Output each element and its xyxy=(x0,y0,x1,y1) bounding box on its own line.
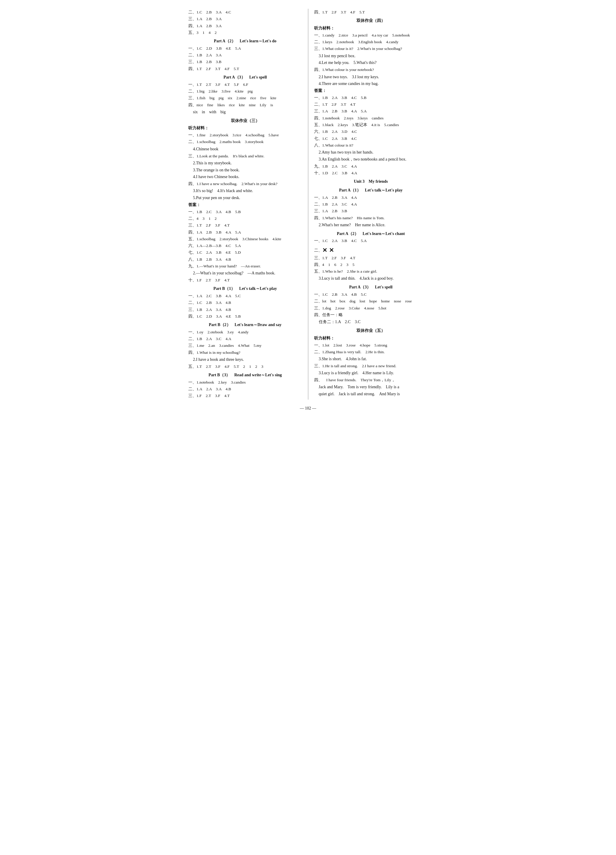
right-column: 四、1.T 2.F 3.T 4.F 5.T双休作业（四）听力材料：一、1.can… xyxy=(314,9,428,400)
content-line: 五、1.Who is he? 2.She is a cute girl. xyxy=(314,268,428,275)
content-line: 四、 I have four friends. They're Tom，Lily… xyxy=(314,377,428,383)
content-line: 二、1.A 2.A 3.A 4.B xyxy=(188,386,302,392)
indented-text: 任务二：1.A 2.C 3.C xyxy=(319,319,428,325)
content-line: 四、1.A 2.B 3.B 4.A 5.A xyxy=(188,229,302,236)
indented-text: 3.Lucy is a friendly girl. 4.Her name is… xyxy=(319,369,428,377)
content-line: 四、1.T 2.F 3.T 4.F 5.T xyxy=(188,66,302,72)
content-line: 四、1.What colour is your notebook? xyxy=(314,67,428,73)
indented-text: six in with big xyxy=(193,109,302,116)
content-line: 一、1.C 2.B 3.A 4.B 5.C xyxy=(314,291,428,298)
content-line: 二、1.T 2.F 3.T 4.T xyxy=(314,101,428,108)
indented-text: 2.What's her name? Her name is Alice. xyxy=(319,222,428,228)
content-line: 三、1.dog 2.rose 3.Coke 4.nose 5.hot xyxy=(314,305,428,311)
content-line: 一、1.fine 2.storybook 3.rice 4.schoolbag … xyxy=(188,132,302,138)
indented-text: Jack and Mary. Tom is very friendly. Lil… xyxy=(319,383,428,391)
content-line: 二、1.B 2.A 3.A xyxy=(188,52,302,58)
content-line: 七、1.C 2.A 3.B 4.E 5.D xyxy=(188,249,302,256)
content-line: 二、lot hot box dog lost hope home nose ro… xyxy=(314,298,428,305)
indented-text: 3.It's so big! 4.It's black and white. xyxy=(193,187,302,195)
content-line: 一、1.notebook 2.key 3.candies xyxy=(188,379,302,386)
bold-label: 听力材料： xyxy=(314,335,428,342)
content-line: 三、1.me 2.an 3.candies 4.What 5.my xyxy=(188,342,302,349)
content-line: 二、1.keys 2.notebook 3.English book 4.can… xyxy=(314,39,428,45)
section-title: Part B（1） Let's talk～Let's play xyxy=(188,285,302,292)
content-line: 十、1.F 2.T 3.F 4.T xyxy=(188,277,302,283)
content-line: 一、1.T 2.T 3.F 4.T 5.F 6.F xyxy=(188,81,302,88)
content-line: 四、1.C 2.D 3.A 4.E 5.B xyxy=(188,313,302,320)
section-title: 双休作业（三） xyxy=(188,117,302,124)
column-divider xyxy=(308,9,308,400)
content-line: 四、任务一：略 xyxy=(314,312,428,318)
content-line: 一、1.candy 2.nice 3.a pencil 4.a toy car … xyxy=(314,32,428,38)
content-line: 三、1.A 2.B 3.A xyxy=(188,16,302,22)
content-line: 二、1.schoolbag 2.maths book 3.storybook xyxy=(188,139,302,145)
content-line: 三、1.B 2.A 3.A 4.B xyxy=(188,306,302,313)
content-line: 一、1.oy 2.otebook 3.ey 4.andy xyxy=(188,329,302,336)
section-title: Part B（2） Let's learn～Draw and say xyxy=(188,322,302,328)
content-line: 三、1.He is tall and strong. 2.I have a ne… xyxy=(314,363,428,369)
indented-text: 3.The orange is on the book. xyxy=(193,167,302,174)
indented-text: quiet girl. Jack is tall and strong. And… xyxy=(319,391,428,398)
page-number: — 102 — xyxy=(188,405,428,412)
content-line: 一、1.A 2.C 3.B 4.A 5.C xyxy=(188,293,302,299)
indented-text: 4.Let me help you. 5.What's this? xyxy=(319,59,428,66)
content-line: 一、1.A 2.B 3.A 4.A xyxy=(314,195,428,201)
content-line: 一、1.B 2.A 3.B 4.C 5.B xyxy=(314,95,428,101)
content-line: 五、1.black 2.keys 3.笔记本 4.it is 5.candies xyxy=(314,122,428,128)
content-line: 四、1.A 2.B 3.A xyxy=(188,23,302,29)
section-title: Part B（3） Read and write～Let's sing xyxy=(188,372,302,378)
content-line: 五、1.schoolbag 2.storybook 3.Chinese book… xyxy=(188,236,302,242)
indented-text: 4.I have two Chinese books. xyxy=(193,173,302,181)
content-line: 三、1.A 2.B 3.B 4.A 5.A xyxy=(314,108,428,115)
content-line: 四、4 1 6 2 3 5 xyxy=(314,262,428,268)
content-line: 三、1.F 2.T 3.F 4.T xyxy=(188,392,302,399)
indented-text: 2.I have two toys. 3.I lost my keys. xyxy=(319,74,428,81)
section-title: Unit 3 My friends xyxy=(314,178,428,185)
content-line: 一、1.C 2.A 3.B 4.C 5.A xyxy=(314,238,428,244)
content-line: 三、1.T 2.F 3.F 4.T xyxy=(188,222,302,228)
content-line: 二、1.B 2.A 3.C 4.A xyxy=(314,201,428,208)
content-line: 三、1.fish big pig six 2.nine rice five ki… xyxy=(188,95,302,101)
indented-text: 3.An English book，two notebooks and a pe… xyxy=(319,156,428,163)
content-line: 三、1.Look at the panda. It's black and wh… xyxy=(188,153,302,159)
content-line: 一、1.C 2.D 3.B 4.E 5.A xyxy=(188,45,302,52)
indented-text: 2.This is my storybook. xyxy=(193,160,302,167)
bold-label: 听力材料： xyxy=(188,125,302,132)
content-line: 四、1.What's his name? His name is Tom. xyxy=(314,215,428,221)
content-line: 四、1.T 2.F 3.T 4.F 5.T xyxy=(314,9,428,15)
bold-label: 答案： xyxy=(314,87,428,94)
content-line: 三、1.What colour is it? 2.What's in your … xyxy=(314,46,428,52)
left-column: 二、1.C 2.B 3.A 4.C三、1.A 2.B 3.A四、1.A 2.B … xyxy=(188,9,302,400)
content-line: 四、1.I have a new schoolbag. 2.What's in … xyxy=(188,181,302,187)
indented-text: 3.Lucy is tall and thin. 4.Jack is a goo… xyxy=(319,275,428,282)
content-line: 三、1.B 2.B 3.B xyxy=(188,59,302,65)
bold-label: 答案： xyxy=(188,201,302,208)
indented-text: 3.She is short. 4.John is fat. xyxy=(319,355,428,363)
bold-label: 听力材料： xyxy=(314,25,428,32)
content-line: 八、1.B 2.B 3.A 4.B xyxy=(188,256,302,263)
content-line: 五、3 1 4 2 xyxy=(188,29,302,36)
content-line: 二、1.big 2.like 3.five 4.kite pig xyxy=(188,88,302,95)
content-line: 六、1.A—2.B—3.B 4.C 5.A xyxy=(188,242,302,249)
page-container: 二、1.C 2.B 3.A 4.C三、1.A 2.B 3.A四、1.A 2.B … xyxy=(188,9,428,400)
content-line: 四、nice fine likes rice kite nine Lily is xyxy=(188,102,302,108)
indented-text: 3.I lost my pencil box. xyxy=(319,52,428,60)
section-title: Part A（2） Let's learn～Let's do xyxy=(188,38,302,44)
section-title: 双休作业（五） xyxy=(314,327,428,334)
content-line: 一、1.lot 2.lost 3.rose 4.hope 5.strong xyxy=(314,342,428,349)
content-line: 三、1.T 2.F 3.F 4.T xyxy=(314,255,428,261)
indented-text: 4.Chinese book xyxy=(193,146,302,153)
section-title: Part A（3） Let's spell xyxy=(314,284,428,291)
section-title: Part A（3） Let's spell xyxy=(188,74,302,81)
content-line: 二、1.B 2.A 3.C 4.A xyxy=(188,336,302,342)
section-title: 双休作业（四） xyxy=(314,17,428,24)
content-line: 二、4 3 1 2 xyxy=(188,215,302,222)
content-line: 九、1.B 2.A 3.C 4.A xyxy=(314,163,428,170)
indented-text: 2.I have a book and three keys. xyxy=(193,356,302,363)
content-line: 九、1.—What's in your hand? —An eraser. xyxy=(188,263,302,270)
section-title: Part A（1） Let's talk～Let's play xyxy=(314,187,428,194)
content-line: 三、1.A 2.B 3.B xyxy=(314,208,428,214)
content-line: 二、1.C 2.B 3.A 4.B xyxy=(188,299,302,306)
content-line: 十、1.D 2.C 3.B 4.A xyxy=(314,170,428,176)
indented-text: 5.Put your pen on your desk. xyxy=(193,195,302,201)
